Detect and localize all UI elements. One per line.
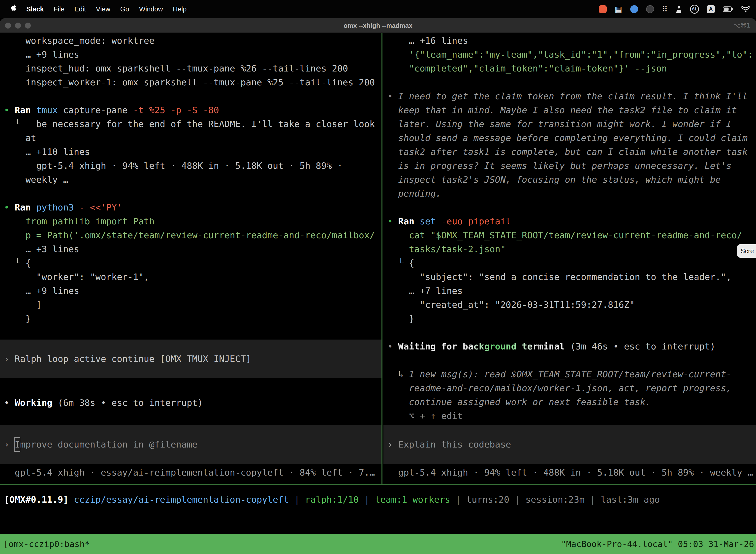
battery-icon[interactable]	[723, 6, 733, 12]
input-source-icon[interactable]: A	[707, 5, 715, 13]
terminal-line: workspace_mode: worktree	[4, 34, 381, 48]
terminal-line	[4, 378, 381, 392]
terminal-line	[4, 187, 381, 201]
terminal-line: • Waiting for background terminal (3m 46…	[387, 340, 756, 353]
right-pane-content: … +16 lines '{"team_name":"my-team","tas…	[383, 33, 756, 423]
pane-divider[interactable]	[381, 33, 382, 484]
terminal-line: "created_at": "2026-03-31T11:59:27.816Z"	[387, 298, 756, 312]
dark-app-icon[interactable]	[646, 5, 654, 13]
terminal-line: • I need to get the claim token from the…	[387, 89, 756, 103]
menu-item-help[interactable]: Help	[168, 2, 192, 16]
menu-left: Slack FileEditViewGoWindowHelp	[6, 2, 191, 16]
terminal-line	[387, 75, 756, 89]
apple-menu[interactable]	[6, 2, 21, 16]
tmux-status-bar: [omx-cczip0:bash* "MacBook-Pro-44.local"…	[0, 534, 756, 554]
right-composer-input[interactable]: › Explain this codebase	[383, 425, 756, 464]
terminal-line	[4, 89, 381, 103]
terminal-line: … +16 lines	[387, 34, 756, 48]
terminal-line: continue assigned work or next feasible …	[387, 395, 756, 409]
screenshot-popover[interactable]: Scre	[737, 244, 756, 258]
close-button[interactable]	[5, 22, 11, 29]
menu-item-file[interactable]: File	[49, 2, 70, 16]
terminal-line: inspect task2's JSON, focusing on the st…	[387, 173, 756, 187]
prompt-chevron: ›	[387, 438, 398, 451]
terminal-line: later. Using the same for transition mig…	[387, 117, 756, 131]
omx-status-line: [OMX#0.11.9] cczip/essay/ai-reimplementa…	[4, 493, 756, 507]
terminal-line: tasks/task-2.json"	[387, 242, 756, 256]
terminal-line: pending.	[387, 187, 756, 201]
terminal-line: '{"team_name":"my-team","task_id":"1","f…	[387, 48, 756, 62]
terminal-line: ↳ 1 new msg(s): read $OMX_TEAM_STATE_ROO…	[387, 367, 756, 381]
blue-app-icon[interactable]	[630, 5, 638, 13]
minimize-button[interactable]	[15, 22, 21, 29]
left-pane-footer: gpt-5.4 xhigh · essay/ai-reimplementatio…	[4, 466, 375, 480]
left-composer-input[interactable]: › Improve documentation in @filename	[0, 425, 381, 464]
terminal-line: at	[4, 131, 381, 145]
tmux-host-clock: "MacBook-Pro-44.local" 05:03 31-Mar-26	[561, 537, 754, 551]
wifi-icon[interactable]	[741, 6, 750, 13]
terminal-line	[4, 326, 381, 340]
zoom-button[interactable]	[25, 22, 31, 29]
menu-item-edit[interactable]: Edit	[69, 2, 91, 16]
terminal-line: cat "$OMX_TEAM_STATE_ROOT/team/review-cu…	[387, 228, 756, 242]
left-pane-content: workspace_mode: worktree … +9 lines insp…	[0, 33, 381, 410]
tmux-session-label: [omx-cczip0:bash*	[3, 537, 90, 551]
screenshot-popover-label: Scre	[741, 244, 754, 258]
active-app-menu[interactable]: Slack	[21, 2, 49, 16]
menu-bar: Slack FileEditViewGoWindowHelp ▦⠿61A	[0, 0, 756, 18]
tmux-panes: workspace_mode: worktree … +9 lines insp…	[0, 33, 756, 484]
composer-placeholder-text: Explain this codebase	[398, 438, 511, 451]
tmux-pane-left[interactable]: workspace_mode: worktree … +9 lines insp…	[0, 33, 381, 484]
app-launcher-icon[interactable]: ⠿	[662, 5, 668, 13]
prompt-chevron: ›	[4, 438, 15, 451]
terminal-line: └ be necessary for the end of the README…	[4, 117, 381, 131]
terminal-line: "completed","claim_token":"claim-token"}…	[387, 62, 756, 75]
terminal-line: weekly …	[4, 173, 381, 187]
terminal-line: … +7 lines	[387, 284, 756, 298]
terminal-line: }	[4, 312, 381, 326]
menu-item-view[interactable]: View	[91, 2, 115, 16]
terminal-line: gpt-5.4 xhigh · 94% left · 488K in · 5.1…	[4, 159, 381, 173]
menu-item-window[interactable]: Window	[134, 2, 168, 16]
terminal-line: from pathlib import Path	[4, 214, 381, 228]
terminal-line: readme-and-reco/mailbox/worker-1.json, a…	[387, 381, 756, 395]
terminal-line: • Ran set -euo pipefail	[387, 214, 756, 228]
terminal-line: … +110 lines	[4, 145, 381, 159]
right-pane-footer: gpt-5.4 xhigh · 94% left · 488K in · 5.1…	[387, 466, 753, 480]
terminal-window: omx --xhigh --madmax ⌥⌘1 workspace_mode:…	[0, 18, 756, 554]
tmux-pane-right[interactable]: … +16 lines '{"team_name":"my-team","tas…	[383, 33, 756, 484]
window-title-bar[interactable]: omx --xhigh --madmax ⌥⌘1	[0, 18, 756, 33]
terminal-line: "subject": "send a concise recommendatio…	[387, 270, 756, 284]
traffic-lights	[0, 22, 31, 29]
terminal-line: ⌥ + ↑ edit	[387, 409, 756, 423]
menu-items: FileEditViewGoWindowHelp	[49, 2, 192, 16]
terminal-line: … +9 lines	[4, 284, 381, 298]
terminal-line: p = Path('.omx/state/team/review-current…	[4, 228, 381, 242]
terminal-line	[387, 326, 756, 340]
terminal-line: should send a message before completing …	[387, 131, 756, 145]
terminal-line: • Ran tmux capture-pane -t %25 -p -S -80	[4, 103, 381, 117]
window-manager-icon[interactable]: ▦	[615, 5, 622, 13]
terminal-line: └ {	[4, 256, 381, 270]
terminal-line: └ {	[387, 256, 756, 270]
terminal-line: • Ran python3 - <<'PY'	[4, 201, 381, 214]
terminal-line: inspect_hud: omx sparkshell --tmux-pane …	[4, 62, 381, 75]
terminal-line	[387, 201, 756, 214]
window-shortcut-hint: ⌥⌘1	[733, 19, 756, 33]
menu-item-go[interactable]: Go	[115, 2, 134, 16]
terminal-line: "worker": "worker-1",	[4, 270, 381, 284]
terminal-line: keep that in mind. Maybe I also need the…	[387, 103, 756, 117]
terminal-line: … +9 lines	[4, 48, 381, 62]
terminal-line: inspect_worker-1: omx sparkshell --tmux-…	[4, 75, 381, 89]
composer-placeholder-text: mprove documentation in @filename	[20, 438, 197, 451]
user-figure-icon[interactable]	[676, 5, 682, 13]
menu-status-icons: ▦⠿61A	[599, 5, 750, 14]
terminal-line	[387, 353, 756, 367]
screen-recording-icon[interactable]	[599, 5, 607, 13]
terminal-line: • Working (6m 38s • esc to interrupt)	[4, 396, 381, 410]
tmux-pane-bottom[interactable]: [OMX#0.11.9] cczip/essay/ai-reimplementa…	[0, 485, 756, 534]
battery-percentage-icon[interactable]: 61	[690, 5, 699, 14]
terminal-line: task2 after task1 is complete, but can I…	[387, 145, 756, 159]
terminal-line: is in progress? It seems likely but perh…	[387, 159, 756, 173]
terminal-line: … +3 lines	[4, 242, 381, 256]
